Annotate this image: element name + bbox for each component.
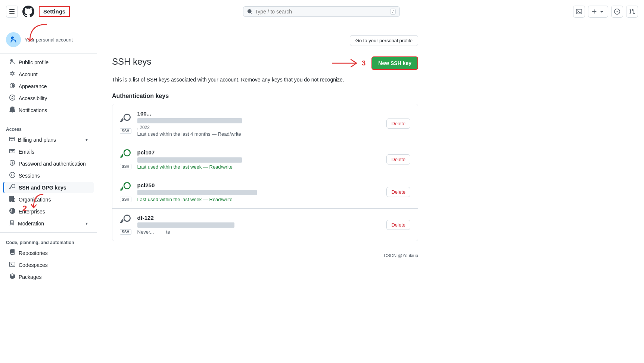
avatar: [6, 32, 21, 47]
chevron-down-icon: ▾: [85, 137, 88, 142]
delete-button[interactable]: Delete: [386, 220, 410, 230]
settings-title: Settings: [39, 6, 70, 17]
delete-button[interactable]: Delete: [386, 187, 410, 197]
ssh-description: This is a list of SSH keys associated wi…: [112, 76, 418, 84]
sidebar-item-moderation[interactable]: Moderation ▾: [3, 218, 94, 229]
key-icon: [120, 182, 131, 195]
key-details: pci107 Last used within the last week — …: [137, 149, 381, 169]
accessibility-icon: [9, 95, 16, 102]
key-meta: Never... te: [137, 229, 381, 235]
sidebar-item-repositories[interactable]: Repositories: [3, 247, 94, 259]
sidebar-access-section: Access: [0, 122, 97, 133]
key-details: df-122 Never... te: [137, 215, 381, 235]
sidebar-item-label: Sessions: [19, 173, 40, 179]
bell-icon: [9, 107, 16, 114]
key-type-badge: SSH: [120, 229, 131, 235]
sidebar-item-emails[interactable]: Emails: [3, 146, 94, 157]
pull-requests-button[interactable]: [626, 6, 638, 18]
user-icon: [9, 59, 16, 66]
create-button[interactable]: [588, 6, 608, 18]
key-icon-wrap: SSH: [120, 182, 131, 202]
page-layout: Your personal account Public profile Acc…: [0, 23, 644, 363]
search-kbd: /: [390, 9, 396, 15]
terminal-button[interactable]: [573, 6, 585, 18]
moderation-icon: [9, 220, 15, 227]
sidebar-item-appearance[interactable]: Appearance: [3, 80, 94, 92]
key-name: 100...: [137, 110, 381, 117]
shield-icon: [9, 160, 16, 167]
sidebar-item-label: Account: [19, 71, 38, 77]
new-ssh-key-button[interactable]: New SSH key: [371, 56, 418, 70]
key-name: pci107: [137, 149, 381, 156]
key-fingerprint-blur: [137, 118, 242, 123]
sidebar-item-packages[interactable]: Packages: [3, 271, 94, 283]
key-name: df-122: [137, 215, 381, 221]
key-fingerprint-blur: [137, 222, 234, 228]
desc-text: This is a list of SSH keys associated wi…: [112, 77, 344, 83]
key-icon: [120, 149, 131, 162]
sidebar-item-sessions[interactable]: Sessions: [3, 170, 94, 181]
table-row: SSH pci250 Last used within the last wee…: [112, 176, 418, 209]
hamburger-button[interactable]: [6, 6, 18, 18]
keys-list: SSH 100... , 2022 Last used within the l…: [112, 104, 418, 241]
sidebar-item-organizations[interactable]: Organizations: [3, 194, 94, 205]
org-icon: [9, 196, 16, 203]
key-added: , 2022: [137, 125, 381, 130]
watermark: CSDN @Youkiup: [112, 253, 418, 258]
sidebar-item-label: Enterprises: [19, 209, 45, 215]
sidebar-item-ssh-gpg[interactable]: SSH and GPG keys: [3, 182, 94, 193]
sidebar-item-account[interactable]: Account: [3, 68, 94, 80]
appearance-icon: [9, 83, 16, 90]
delete-button[interactable]: Delete: [386, 119, 410, 129]
table-row: SSH 100... , 2022 Last used within the l…: [112, 104, 418, 143]
key-icon: [9, 184, 16, 191]
key-icon: [120, 114, 131, 127]
key-type-badge: SSH: [120, 164, 131, 169]
key-icon-wrap: SSH: [120, 215, 131, 235]
sidebar-item-password[interactable]: Password and authentication: [3, 158, 94, 169]
sidebar-item-public-profile[interactable]: Public profile: [3, 56, 94, 68]
key-fingerprint-blur: [137, 190, 257, 195]
key-meta: Last used within the last 4 months — Rea…: [137, 131, 381, 137]
auth-keys-title: Authentication keys: [112, 93, 418, 99]
issues-button[interactable]: [611, 6, 623, 18]
billing-row: Billing and plans ▾: [18, 137, 88, 143]
sidebar-item-label: Appearance: [19, 83, 47, 89]
search-input[interactable]: [255, 9, 388, 15]
github-logo: [22, 6, 34, 18]
sidebar-item-label: Repositories: [19, 250, 48, 256]
key-type-badge: SSH: [120, 128, 131, 134]
sidebar-item-enterprises[interactable]: Enterprises: [3, 206, 94, 217]
go-to-profile-button[interactable]: Go to your personal profile: [350, 35, 418, 46]
main-content: Go to your personal profile SSH keys 3: [97, 23, 433, 363]
sidebar-item-label: Packages: [19, 274, 41, 280]
key-icon: [120, 215, 131, 228]
search-bar[interactable]: /: [243, 6, 400, 17]
key-fingerprint-blur: [137, 157, 242, 163]
key-details: pci250 Last used within the last week — …: [137, 182, 381, 202]
key-meta: Last used within the last week — Read/wr…: [137, 197, 381, 202]
sidebar-user: Your personal account: [0, 29, 97, 53]
sidebar-item-billing[interactable]: Billing and plans ▾: [3, 134, 94, 145]
sidebar-item-accessibility[interactable]: Accessibility: [3, 92, 94, 104]
sidebar-item-notifications[interactable]: Notifications: [3, 104, 94, 116]
globe-icon: [9, 208, 16, 215]
sidebar-username: Your personal account: [25, 37, 73, 43]
page-title: SSH keys: [112, 56, 151, 67]
sidebar-item-label: SSH and GPG keys: [19, 185, 66, 191]
main-header: SSH keys 3 New SSH key: [112, 56, 418, 70]
key-type-badge: SSH: [120, 197, 131, 202]
sidebar-item-codespaces[interactable]: Codespaces: [3, 259, 94, 271]
billing-icon: [9, 136, 15, 143]
key-icon-wrap: SSH: [120, 114, 131, 134]
sidebar-item-label: Codespaces: [19, 262, 48, 268]
sidebar-item-label: Moderation: [18, 221, 44, 227]
delete-button[interactable]: Delete: [386, 154, 410, 164]
key-meta: Last used within the last week — Read/wr…: [137, 164, 381, 170]
top-navigation: Settings /: [0, 0, 644, 23]
table-row: SSH df-122 Never... te Delete: [112, 209, 418, 241]
account-icon: [9, 71, 16, 78]
arrow-3-annotation: [330, 58, 360, 69]
key-details: 100... , 2022 Last used within the last …: [137, 110, 381, 137]
moderation-row: Moderation ▾: [18, 221, 88, 227]
